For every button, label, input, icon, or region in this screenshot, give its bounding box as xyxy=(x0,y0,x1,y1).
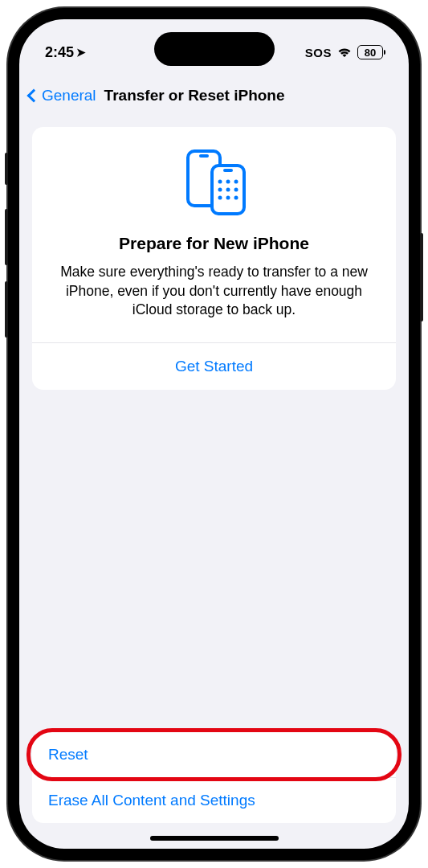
transfer-phones-icon xyxy=(48,148,380,216)
get-started-button[interactable]: Get Started xyxy=(48,343,380,390)
svg-point-12 xyxy=(234,196,238,200)
content: Prepare for New iPhone Make sure everyth… xyxy=(19,116,409,849)
power-button xyxy=(420,233,423,321)
svg-point-7 xyxy=(218,188,222,192)
volume-down xyxy=(5,281,8,338)
battery-level: 80 xyxy=(365,47,376,59)
back-button[interactable]: General xyxy=(29,87,96,104)
back-label: General xyxy=(42,87,96,104)
phone-frame: 2:45 ➤ SOS 80 General Transfer or Reset … xyxy=(8,8,420,860)
svg-point-8 xyxy=(226,188,230,192)
svg-point-9 xyxy=(234,188,238,192)
sos-label: SOS xyxy=(305,46,332,59)
chevron-left-icon xyxy=(27,89,41,103)
actions-list: Reset Erase All Content and Settings xyxy=(32,732,396,823)
volume-up xyxy=(5,209,8,265)
dynamic-island xyxy=(154,32,275,66)
wifi-icon xyxy=(337,47,352,58)
svg-point-10 xyxy=(218,196,222,200)
svg-point-6 xyxy=(234,180,238,184)
card-description: Make sure everything's ready to transfer… xyxy=(48,263,380,320)
svg-point-5 xyxy=(226,180,230,184)
screen: 2:45 ➤ SOS 80 General Transfer or Reset … xyxy=(19,19,409,849)
svg-point-11 xyxy=(226,196,230,200)
prepare-card: Prepare for New iPhone Make sure everyth… xyxy=(32,127,396,390)
mute-switch xyxy=(5,153,8,185)
battery-icon: 80 xyxy=(357,45,383,59)
home-indicator[interactable] xyxy=(150,836,279,841)
nav-bar: General Transfer or Reset iPhone xyxy=(19,76,409,116)
status-time: 2:45 xyxy=(45,44,74,61)
page-title: Transfer or Reset iPhone xyxy=(104,87,285,104)
svg-point-4 xyxy=(218,180,222,184)
reset-button[interactable]: Reset xyxy=(32,732,396,777)
svg-rect-3 xyxy=(223,169,233,172)
card-title: Prepare for New iPhone xyxy=(48,234,380,253)
svg-rect-1 xyxy=(199,154,209,158)
location-icon: ➤ xyxy=(76,46,86,59)
erase-button[interactable]: Erase All Content and Settings xyxy=(32,778,396,823)
